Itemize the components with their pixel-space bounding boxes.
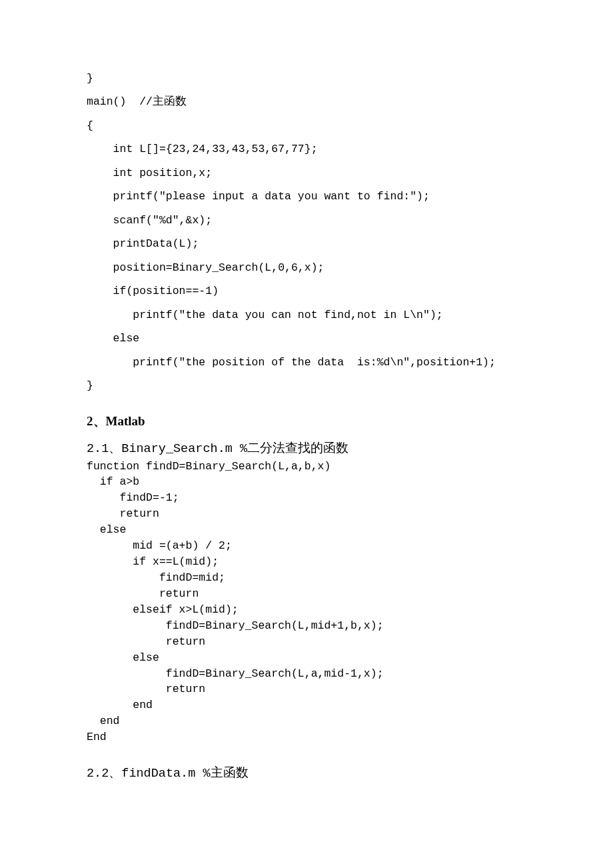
heading-2-1: 2.1、Binary_Search.m %二分法查找的函数 <box>87 439 533 456</box>
matlab-code-block: function findD=Binary_Search(L,a,b,x) if… <box>87 459 533 746</box>
c-code-block: } main() //主函数 { int L[]={23,24,33,43,53… <box>87 67 533 398</box>
document-page: } main() //主函数 { int L[]={23,24,33,43,53… <box>0 0 613 868</box>
heading-matlab: 2、Matlab <box>87 413 533 430</box>
heading-2-2: 2.2、findData.m %主函数 <box>87 764 533 781</box>
